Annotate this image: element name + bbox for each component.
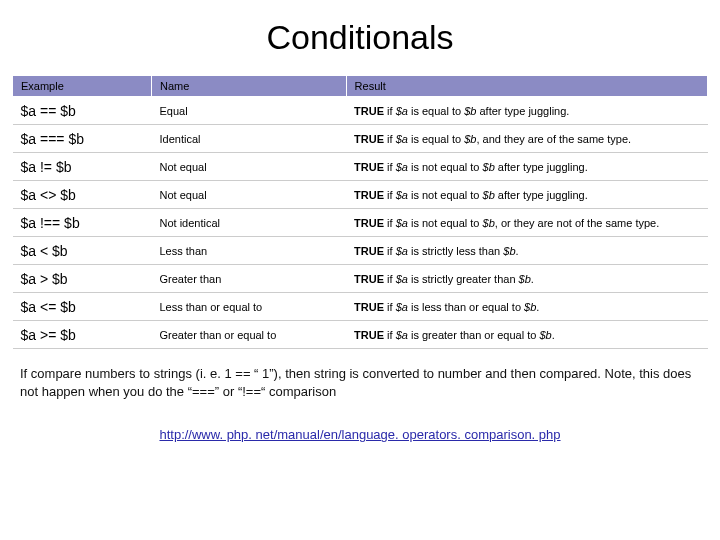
table-row: $a >= $bGreater than or equal toTRUE if … [13,321,708,349]
cell-name: Not identical [152,209,347,237]
cell-result: TRUE if $a is equal to $b after type jug… [346,97,707,125]
table-row: $a <> $bNot equalTRUE if $a is not equal… [13,181,708,209]
footnote: If compare numbers to strings (i. e. 1 =… [20,365,700,401]
col-header-example: Example [13,76,152,97]
page-title: Conditionals [12,18,708,57]
cell-name: Identical [152,125,347,153]
table-row: $a === $bIdenticalTRUE if $a is equal to… [13,125,708,153]
table-row: $a != $bNot equalTRUE if $a is not equal… [13,153,708,181]
cell-result: TRUE if $a is equal to $b, and they are … [346,125,707,153]
table-row: $a < $bLess thanTRUE if $a is strictly l… [13,237,708,265]
table-row: $a == $bEqualTRUE if $a is equal to $b a… [13,97,708,125]
cell-result: TRUE if $a is strictly greater than $b. [346,265,707,293]
col-header-name: Name [152,76,347,97]
reference-link-line: http://www. php. net/manual/en/language.… [12,425,708,443]
cell-name: Less than or equal to [152,293,347,321]
cell-result: TRUE if $a is strictly less than $b. [346,237,707,265]
cell-example: $a > $b [13,265,152,293]
cell-result: TRUE if $a is not equal to $b, or they a… [346,209,707,237]
cell-result: TRUE if $a is not equal to $b after type… [346,153,707,181]
cell-example: $a <> $b [13,181,152,209]
cell-name: Not equal [152,153,347,181]
cell-name: Less than [152,237,347,265]
table-row: $a <= $bLess than or equal toTRUE if $a … [13,293,708,321]
cell-example: $a != $b [13,153,152,181]
table-row: $a > $bGreater thanTRUE if $a is strictl… [13,265,708,293]
cell-example: $a == $b [13,97,152,125]
table-row: $a !== $bNot identicalTRUE if $a is not … [13,209,708,237]
col-header-result: Result [346,76,707,97]
reference-link[interactable]: http://www. php. net/manual/en/language.… [159,427,560,442]
cell-name: Equal [152,97,347,125]
cell-name: Not equal [152,181,347,209]
table-header-row: Example Name Result [13,76,708,97]
cell-example: $a < $b [13,237,152,265]
cell-result: TRUE if $a is greater than or equal to $… [346,321,707,349]
cell-name: Greater than [152,265,347,293]
cell-example: $a >= $b [13,321,152,349]
cell-example: $a <= $b [13,293,152,321]
operators-table: Example Name Result $a == $bEqualTRUE if… [12,75,708,349]
cell-name: Greater than or equal to [152,321,347,349]
cell-example: $a !== $b [13,209,152,237]
cell-result: TRUE if $a is not equal to $b after type… [346,181,707,209]
cell-example: $a === $b [13,125,152,153]
cell-result: TRUE if $a is less than or equal to $b. [346,293,707,321]
